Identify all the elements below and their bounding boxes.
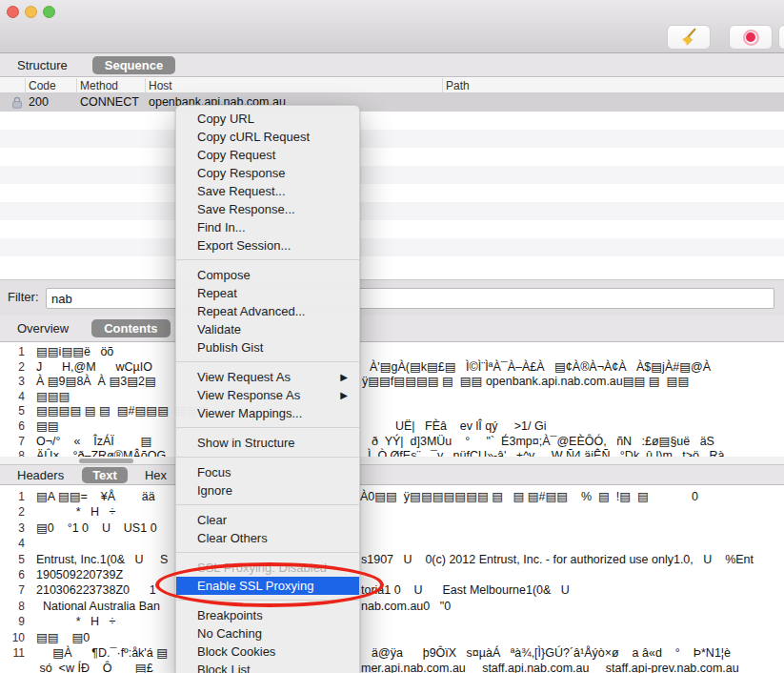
table-row-empty bbox=[0, 256, 784, 275]
menu-item-breakpoints[interactable]: Breakpoints bbox=[176, 606, 359, 624]
menu-item-ignore[interactable]: Ignore bbox=[176, 481, 359, 500]
close-button[interactable] bbox=[7, 6, 19, 18]
toolbar-button-partial[interactable] bbox=[778, 25, 784, 50]
menu-item-no-caching[interactable]: No Caching bbox=[176, 624, 359, 642]
view-tab-bar: Overview Contents bbox=[0, 316, 784, 342]
content-line: 2J H,@M wCµIOÀ'▤gÀ(▤k▤£▤ Ì©Ì¨ÌªÀ¯À–À£À ▤… bbox=[0, 360, 784, 376]
menu-separator bbox=[176, 552, 359, 553]
lock-icon bbox=[11, 96, 23, 109]
record-button[interactable] bbox=[729, 25, 773, 50]
content-line: só <w ÍÐ Ô ▤£mer.api.nab.com.au staff.ap… bbox=[0, 661, 784, 673]
content-line: 7O¬/° « ÎzÁÏ ▤ð YÝ| d]3MÜu ° "` É3mp¤;À¯… bbox=[0, 435, 784, 450]
table-row-empty bbox=[0, 148, 784, 166]
upper-pane-lines: 1▤▤i▤▤ë öõ2J H,@M wCµIOÀ'▤gÀ(▤k▤£▤ Ì©Ì¨Ì… bbox=[0, 345, 784, 464]
tab-structure[interactable]: Structure bbox=[17, 58, 68, 72]
submenu-arrow-icon: ▶ bbox=[340, 386, 348, 404]
response-content-pane[interactable]: 1▤A ▤▤= ¥Å ääÀ0▤▤ ÿ▤▤▤▤▤▤▤ ▤ ▤ ▤#▤▤ % ▤ … bbox=[0, 485, 784, 673]
table-row-empty bbox=[0, 184, 784, 202]
filter-input[interactable] bbox=[46, 288, 774, 309]
menu-item-repeat-advanced[interactable]: Repeat Advanced... bbox=[176, 302, 359, 320]
menu-separator bbox=[176, 361, 359, 362]
content-line: 10▤▤ ▤0 bbox=[0, 630, 784, 645]
tab-sequence[interactable]: Sequence bbox=[92, 56, 175, 74]
menu-separator bbox=[176, 259, 359, 260]
menu-item-save-request[interactable]: Save Request... bbox=[176, 182, 359, 200]
menu-item-publish-gist[interactable]: Publish Gist bbox=[176, 338, 359, 357]
table-row-empty bbox=[0, 112, 784, 130]
scrollbar-thumb[interactable] bbox=[79, 459, 133, 463]
tab-overview[interactable]: Overview bbox=[17, 321, 69, 336]
filter-bar: Filter: bbox=[0, 279, 784, 316]
menu-separator bbox=[176, 600, 359, 601]
menu-item-copy-request[interactable]: Copy Request bbox=[176, 146, 359, 164]
session-table-header: Code Method Host Path bbox=[0, 78, 784, 93]
menu-item-block-cookies[interactable]: Block Cookies bbox=[176, 642, 359, 661]
tab-contents[interactable]: Contents bbox=[91, 319, 170, 337]
column-header-method[interactable]: Method bbox=[80, 79, 118, 92]
column-header-code[interactable]: Code bbox=[29, 79, 56, 92]
content-line: 1▤A ▤▤= ¥Å ääÀ0▤▤ ÿ▤▤▤▤▤▤▤ ▤ ▤ ▤#▤▤ % ▤ … bbox=[0, 489, 784, 504]
menu-item-save-response[interactable]: Save Response... bbox=[176, 200, 359, 218]
menu-item-clear[interactable]: Clear bbox=[176, 511, 359, 529]
content-line: 6▤▤UË| FÈâ ev lÎ qý >1/ Gi bbox=[0, 419, 784, 435]
menu-item-show-in-structure[interactable]: Show in Structure bbox=[176, 434, 359, 452]
minimize-button[interactable] bbox=[25, 6, 37, 18]
cell-code: 200 bbox=[29, 95, 49, 109]
clear-session-button[interactable] bbox=[667, 25, 711, 50]
menu-item-enable-ssl-proxying[interactable]: Enable SSL Proxying bbox=[176, 577, 359, 595]
content-line: 11 ▤À ¶D.¯·fº:åk'á ▤ä@ÿa þ9ÔïX s¤µàÁ ªà¾… bbox=[0, 645, 784, 661]
record-icon bbox=[743, 30, 759, 46]
context-menu: Copy URLCopy cURL RequestCopy RequestCop… bbox=[175, 105, 360, 673]
broom-icon bbox=[678, 28, 699, 47]
content-line: 3À ▤9▤8À À ▤3▤2▤ÿ▤▤f▤▤▤▤ ▤ ▤▤ openbank.a… bbox=[0, 375, 784, 390]
content-line: 5Entrust, Inc.1(0& U Ss1907 U 0(c) 2012 … bbox=[0, 552, 784, 567]
table-row-empty bbox=[0, 220, 784, 238]
table-row-empty bbox=[0, 238, 784, 256]
menu-item-find-in[interactable]: Find In... bbox=[176, 218, 359, 236]
content-line: 3▤0 °1 0 U US1 0 bbox=[0, 520, 784, 536]
content-line: 6190509220739Z bbox=[0, 567, 784, 582]
request-content-pane[interactable]: 1▤▤i▤▤ë öõ2J H,@M wCµIOÀ'▤gÀ(▤k▤£▤ Ì©Ì¨Ì… bbox=[0, 342, 784, 464]
filter-label: Filter: bbox=[8, 290, 39, 304]
table-row-empty bbox=[0, 130, 784, 148]
session-table-body: 200 CONNECT openbank.api.nab.com.au bbox=[0, 93, 784, 279]
content-line: 7210306223738Z0 1toria1 0 U East Melbour… bbox=[0, 582, 784, 598]
menu-item-view-request-as[interactable]: View Request As▶ bbox=[176, 368, 359, 386]
content-line: 2 * H ÷ bbox=[0, 504, 784, 520]
menu-item-export-session[interactable]: Export Session... bbox=[176, 236, 359, 255]
tab-text[interactable]: Text bbox=[82, 467, 128, 483]
menu-item-focus[interactable]: Focus bbox=[176, 463, 359, 481]
menu-item-block-list[interactable]: Block List bbox=[176, 661, 359, 673]
main-tab-bar: Structure Sequence bbox=[0, 53, 784, 77]
menu-item-clear-others[interactable]: Clear Others bbox=[176, 529, 359, 547]
tab-hex[interactable]: Hex bbox=[145, 468, 167, 482]
content-line: 8 National Australia Bannab.com.au0 "0 bbox=[0, 599, 784, 614]
menu-item-copy-curl-request[interactable]: Copy cURL Request bbox=[176, 128, 359, 146]
column-header-path[interactable]: Path bbox=[446, 79, 470, 92]
tab-headers[interactable]: Headers bbox=[17, 468, 64, 482]
menu-item-viewer-mappings[interactable]: Viewer Mappings... bbox=[176, 404, 359, 422]
content-line: 4 bbox=[0, 536, 784, 551]
title-bar bbox=[0, 0, 784, 53]
menu-item-copy-url[interactable]: Copy URL bbox=[176, 110, 359, 128]
menu-separator bbox=[176, 427, 359, 428]
submenu-arrow-icon: ▶ bbox=[340, 368, 348, 386]
horizontal-scrollbar[interactable] bbox=[0, 457, 784, 464]
content-line: 1▤▤i▤▤ë öõ bbox=[0, 345, 784, 360]
detail-tab-bar: Headers Text Hex bbox=[0, 464, 784, 485]
menu-item-compose[interactable]: Compose bbox=[176, 266, 359, 284]
lower-pane-lines: 1▤A ▤▤= ¥Å ääÀ0▤▤ ÿ▤▤▤▤▤▤▤ ▤ ▤ ▤#▤▤ % ▤ … bbox=[0, 489, 784, 673]
menu-item-ssl-proxying-disabled: SSL Proxying: Disabled bbox=[176, 559, 359, 577]
content-line: 9 * H ÷ bbox=[0, 614, 784, 629]
table-row-empty bbox=[0, 202, 784, 220]
column-header-host[interactable]: Host bbox=[149, 79, 172, 92]
table-row[interactable]: 200 CONNECT openbank.api.nab.com.au bbox=[0, 93, 784, 112]
menu-separator bbox=[176, 504, 359, 505]
menu-item-view-response-as[interactable]: View Response As▶ bbox=[176, 386, 359, 404]
cell-method: CONNECT bbox=[80, 95, 139, 109]
menu-item-copy-response[interactable]: Copy Response bbox=[176, 164, 359, 182]
menu-item-validate[interactable]: Validate bbox=[176, 320, 359, 338]
content-line: 4▤▤▤ bbox=[0, 390, 784, 405]
menu-item-repeat[interactable]: Repeat bbox=[176, 284, 359, 302]
zoom-button[interactable] bbox=[43, 6, 55, 18]
